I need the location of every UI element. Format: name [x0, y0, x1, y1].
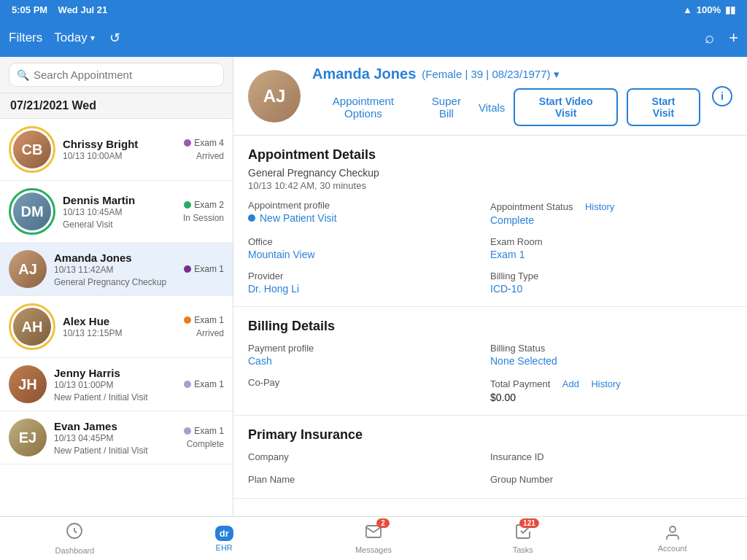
- payment-profile-label: Payment profile: [248, 343, 490, 354]
- exam-room-label: Exam Room: [490, 236, 732, 247]
- appointment-item-4[interactable]: AH Alex Hue 10/13 12:15PM Exam 1 Arrived: [0, 296, 233, 358]
- avatar-6: EJ: [9, 419, 47, 456]
- billing-type-cell: Billing Type ICD-10: [490, 271, 732, 295]
- appt-right-1: Exam 4 Arrived: [173, 138, 224, 161]
- dashboard-icon: [66, 522, 83, 544]
- appointment-item-1[interactable]: CB Chrissy Bright 10/13 10:00AM Exam 4 A…: [0, 119, 233, 181]
- top-nav-right: ⌕ +: [705, 28, 738, 47]
- appt-name-5: Jenny Harris: [54, 367, 173, 379]
- messages-badge-wrap: 2: [365, 523, 382, 543]
- billing-section-title: Billing Details: [248, 319, 732, 334]
- insurance-section-title: Primary Insurance: [248, 427, 732, 443]
- exam-room-value[interactable]: Exam 1: [490, 249, 732, 260]
- nav-dashboard[interactable]: Dashboard: [0, 518, 150, 559]
- provider-value[interactable]: Dr. Hong Li: [248, 283, 490, 295]
- billing-type-value[interactable]: ICD-10: [490, 283, 732, 295]
- super-bill-button[interactable]: Super Bill: [423, 95, 470, 120]
- appointment-item-5[interactable]: JH Jenny Harris 10/13 01:00PM New Patien…: [0, 358, 233, 411]
- appointment-profile-value[interactable]: New Patient Visit: [260, 212, 337, 224]
- appointment-item-3[interactable]: AJ Amanda Jones 10/13 11:42AM General Pr…: [0, 243, 233, 296]
- appointment-item-2[interactable]: DM Dennis Martin 10/13 10:45AM General V…: [0, 181, 233, 243]
- nav-tasks[interactable]: 121 Tasks: [448, 518, 597, 559]
- plan-name-label: Plan Name: [248, 474, 490, 485]
- total-payment-history-link[interactable]: History: [591, 378, 620, 389]
- appointment-status-label-row: Appointment Status History: [490, 200, 732, 213]
- billing-type-label: Billing Type: [490, 271, 732, 281]
- appointment-history-link[interactable]: History: [585, 201, 614, 212]
- appt-time-1: 10/13 10:00AM: [63, 151, 173, 161]
- patient-photo: AJ: [248, 70, 301, 122]
- add-button[interactable]: +: [729, 28, 738, 47]
- total-payment-add-link[interactable]: Add: [562, 378, 579, 389]
- total-payment-label-row: Total Payment Add History: [490, 377, 732, 390]
- appointment-options-button[interactable]: Appointment Options: [312, 95, 414, 120]
- appt-name-1: Chrissy Bright: [63, 138, 173, 150]
- appt-room-6: Exam 1: [194, 426, 224, 436]
- payment-profile-cell: Payment profile Cash: [248, 343, 490, 367]
- billing-status-value[interactable]: None Selected: [490, 355, 732, 367]
- insurance-section: Primary Insurance Company Insurance ID P…: [233, 416, 747, 499]
- company-cell: Company: [248, 451, 490, 464]
- office-value[interactable]: Mountain View: [248, 249, 490, 260]
- nav-messages[interactable]: 2 Messages: [299, 518, 449, 559]
- appt-time-6: 10/13 04:45PM: [54, 433, 173, 443]
- provider-label: Provider: [248, 271, 490, 281]
- appt-time-5: 10/13 01:00PM: [54, 380, 173, 390]
- avatar-wrap-3: AJ: [9, 250, 47, 288]
- appointment-datetime: 10/13 10:42 AM, 30 minutes: [248, 180, 732, 191]
- office-cell: Office Mountain View: [248, 236, 490, 260]
- appt-type-3: General Pregnancy Checkup: [54, 277, 173, 287]
- appt-name-4: Alex Hue: [63, 315, 173, 327]
- nav-account[interactable]: Account: [597, 520, 747, 557]
- appt-room-2: Exam 2: [194, 200, 224, 210]
- dot-row-5: Exam 1: [184, 379, 224, 389]
- today-button[interactable]: Today ▾: [54, 31, 94, 45]
- today-label: Today: [54, 31, 87, 45]
- status-time: 5:05 PM Wed Jul 21: [12, 4, 107, 15]
- left-panel: 🔍 07/21/2021 Wed CB Chrissy Bright 10/13…: [0, 57, 233, 516]
- appt-right-5: Exam 1: [173, 379, 224, 389]
- account-icon: [664, 524, 681, 542]
- appt-status-4: Arrived: [196, 328, 224, 338]
- search-input-wrap[interactable]: 🔍: [9, 63, 224, 87]
- appt-time-2: 10/13 10:45AM: [63, 207, 173, 217]
- insurance-grid: Company Insurance ID Plan Name Group Num…: [248, 451, 732, 486]
- appt-right-4: Exam 1 Arrived: [173, 315, 224, 338]
- appt-status-2: In Session: [183, 213, 224, 223]
- dot-row-2: Exam 2: [184, 200, 224, 210]
- nav-ehr[interactable]: dr EHR: [150, 521, 299, 556]
- search-input[interactable]: [34, 69, 216, 81]
- appt-info-6: Evan James 10/13 04:45PM New Patient / I…: [54, 420, 173, 456]
- start-video-visit-button[interactable]: Start Video Visit: [514, 88, 618, 126]
- appointment-item-6[interactable]: EJ Evan James 10/13 04:45PM New Patient …: [0, 411, 233, 464]
- nav-dashboard-label: Dashboard: [55, 546, 94, 555]
- status-dot-2: [184, 201, 191, 209]
- start-visit-button[interactable]: Start Visit: [627, 88, 700, 126]
- appointment-list: CB Chrissy Bright 10/13 10:00AM Exam 4 A…: [0, 119, 233, 516]
- appointment-status-value[interactable]: Complete: [490, 214, 732, 226]
- group-number-cell: Group Number: [490, 474, 732, 486]
- avatar-wrap-6: EJ: [9, 419, 47, 456]
- status-dot-4: [184, 316, 191, 324]
- date-header-text: 07/21/2021 Wed: [10, 99, 96, 112]
- filters-button[interactable]: Filters: [9, 31, 42, 45]
- battery-display: 100%: [697, 4, 721, 15]
- avatar-1: CB: [13, 131, 51, 168]
- appt-info-5: Jenny Harris 10/13 01:00PM New Patient /…: [54, 367, 173, 402]
- appt-name-6: Evan James: [54, 420, 173, 432]
- patient-chevron-icon: ▾: [554, 68, 560, 80]
- status-dot-3: [184, 265, 191, 273]
- patient-info-icon[interactable]: i: [712, 86, 732, 106]
- office-label: Office: [248, 236, 490, 247]
- payment-profile-value[interactable]: Cash: [248, 355, 490, 367]
- chevron-down-icon: ▾: [90, 33, 95, 43]
- refresh-button[interactable]: ↺: [109, 30, 120, 46]
- dot-row-6: Exam 1: [184, 426, 224, 436]
- avatar-wrap-4: AH: [9, 303, 55, 350]
- patient-meta-text: (Female | 39 | 08/23/1977): [422, 68, 550, 80]
- appt-room-1: Exam 4: [194, 138, 224, 148]
- vitals-button[interactable]: Vitals: [479, 101, 505, 114]
- search-button[interactable]: ⌕: [705, 28, 714, 47]
- nav-messages-label: Messages: [355, 545, 392, 554]
- billing-status-label: Billing Status: [490, 343, 732, 354]
